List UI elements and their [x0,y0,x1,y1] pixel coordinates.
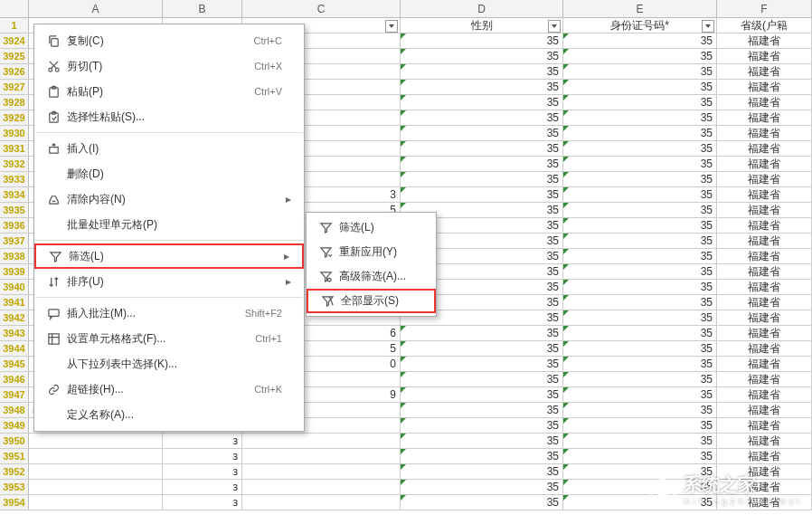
rownum[interactable]: 3943 [0,326,29,340]
cell-E[interactable]: 35 [563,434,717,448]
submenu-item[interactable]: 高级筛选(A)... [307,264,436,289]
cell-F[interactable]: 福建省 [717,357,812,371]
cell-E[interactable]: 35 [563,495,717,510]
menu-item[interactable]: 从下拉列表中选择(K)... [34,351,304,377]
cell-D[interactable]: 35 [401,110,563,125]
cell-C[interactable] [242,495,401,510]
cell-F[interactable]: 福建省 [717,64,812,79]
menu-item[interactable]: 插入(I) [34,136,304,161]
col-header-F[interactable]: F [717,0,812,17]
cell-F[interactable]: 福建省 [717,310,812,325]
cell-D[interactable]: 35 [401,326,563,340]
cell-D[interactable]: 35 [401,172,563,186]
col-header-E[interactable]: E [563,0,717,17]
cell-E[interactable]: 35 [563,249,717,263]
cell-B[interactable]: ɜ [163,434,242,448]
cell-D[interactable]: 35 [401,157,563,171]
rownum[interactable]: 3932 [0,157,29,171]
menu-item[interactable]: 插入批注(M)... Shift+F2 [34,300,304,326]
cell-D[interactable]: 35 [401,357,563,371]
cell-E[interactable]: 35 [563,218,717,233]
rownum[interactable]: 3947 [0,387,29,402]
cell-E[interactable]: 35 [563,372,717,386]
cell-F[interactable]: 福建省 [717,464,812,479]
cell-F[interactable]: 福建省 [717,341,812,356]
cell-F[interactable]: 福建省 [717,95,812,110]
rownum[interactable]: 3949 [0,418,29,433]
cell-E[interactable]: 35 [563,187,717,202]
cell-F[interactable]: 福建省 [717,141,812,156]
cell-D[interactable]: 35 [401,64,563,79]
cell-F[interactable]: 福建省 [717,218,812,233]
cell-C[interactable] [242,434,401,448]
rownum[interactable]: 3925 [0,49,29,63]
cell-D[interactable]: 35 [401,372,563,386]
rownum[interactable]: 3952 [0,464,29,479]
cell-D[interactable]: 35 [401,434,563,448]
cell-D[interactable]: 35 [401,418,563,433]
cell-F[interactable]: 福建省 [717,172,812,186]
cell-header-F[interactable]: 省级(户籍 [717,18,812,33]
rownum[interactable]: 3929 [0,110,29,125]
cell-D[interactable]: 35 [401,80,563,94]
menu-item[interactable]: 设置单元格格式(F)... Ctrl+1 [34,326,304,351]
cell-F[interactable]: 福建省 [717,326,812,340]
cell-E[interactable]: 35 [563,449,717,463]
cell-B[interactable]: ɜ [163,495,242,510]
cell-E[interactable]: 35 [563,480,717,494]
cell-F[interactable]: 福建省 [717,126,812,140]
rownum[interactable]: 3938 [0,249,29,263]
menu-item[interactable]: 粘贴(P) Ctrl+V [34,79,304,104]
cell-D[interactable]: 35 [401,464,563,479]
cell-header-D[interactable]: 性别 [401,18,563,33]
cell-E[interactable]: 35 [563,95,717,110]
rownum[interactable]: 3924 [0,33,29,48]
menu-item[interactable]: 定义名称(A)... [34,402,304,427]
rownum[interactable]: 3935 [0,203,29,217]
cell-D[interactable]: 35 [401,141,563,156]
cell-D[interactable]: 35 [401,187,563,202]
cell-E[interactable]: 35 [563,403,717,417]
menu-item[interactable]: 复制(C) Ctrl+C [34,28,304,53]
cell-E[interactable]: 35 [563,341,717,356]
cell-F[interactable]: 福建省 [717,403,812,417]
cell-header-E[interactable]: 身份证号码* [563,18,717,33]
cell-D[interactable]: 35 [401,33,563,48]
cell-D[interactable]: 35 [401,341,563,356]
cell-D[interactable]: 35 [401,403,563,417]
rownum[interactable]: 3936 [0,218,29,233]
cell-B[interactable]: ɜ [163,449,242,463]
col-header-C[interactable]: C [242,0,401,17]
rownum[interactable]: 3953 [0,480,29,494]
cell-F[interactable]: 福建省 [717,418,812,433]
rownum[interactable]: 3954 [0,495,29,510]
cell-F[interactable]: 福建省 [717,280,812,294]
menu-item[interactable]: 剪切(T) Ctrl+X [34,53,304,79]
filter-btn-E[interactable] [702,20,714,33]
cell-E[interactable]: 35 [563,264,717,279]
cell-E[interactable]: 35 [563,157,717,171]
submenu-item[interactable]: 全部显示(S) [307,289,436,313]
cell-D[interactable]: 35 [401,126,563,140]
rownum[interactable]: 3927 [0,80,29,94]
rownum[interactable]: 3933 [0,172,29,186]
cell-D[interactable]: 35 [401,449,563,463]
rownum[interactable]: 3941 [0,295,29,310]
cell-D[interactable]: 35 [401,95,563,110]
cell-C[interactable] [242,480,401,494]
menu-item[interactable]: 批量处理单元格(P) [34,212,304,237]
menu-item[interactable]: 超链接(H)... Ctrl+K [34,377,304,402]
rownum[interactable]: 3946 [0,372,29,386]
cell-F[interactable]: 福建省 [717,449,812,463]
rownum[interactable]: 3926 [0,64,29,79]
rownum[interactable]: 3928 [0,95,29,110]
col-header-D[interactable]: D [401,0,563,17]
menu-item[interactable]: 清除内容(N) ▸ [34,186,304,212]
cell-F[interactable]: 福建省 [717,33,812,48]
cell-E[interactable]: 35 [563,49,717,63]
cell-E[interactable]: 35 [563,80,717,94]
rownum-1[interactable]: 1 [0,18,29,33]
cell-A[interactable] [29,434,163,448]
cell-E[interactable]: 35 [563,310,717,325]
cell-F[interactable]: 福建省 [717,372,812,386]
